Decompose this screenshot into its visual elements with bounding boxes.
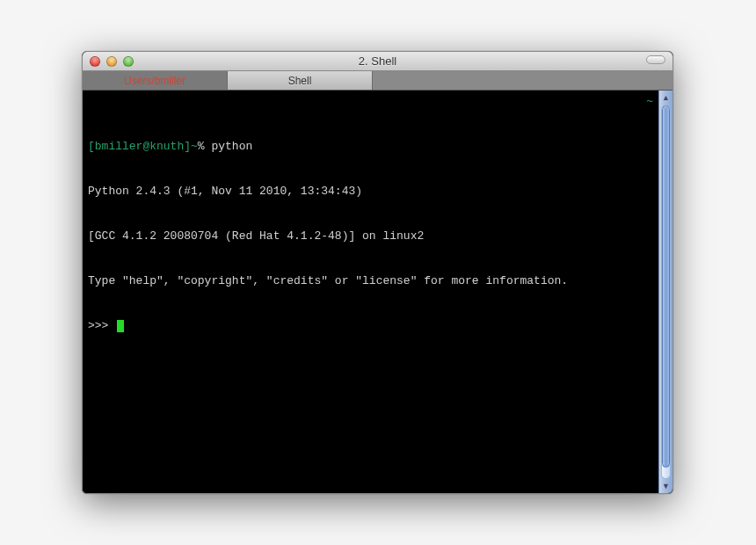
- command-text: python: [211, 140, 252, 153]
- window-title: 2. Shell: [83, 54, 672, 68]
- vertical-scrollbar[interactable]: ▲ ▼: [658, 91, 672, 493]
- zoom-button[interactable]: [123, 56, 134, 67]
- tab-users-bmiller[interactable]: Users/bmiller: [83, 71, 228, 90]
- close-button[interactable]: [90, 56, 100, 67]
- tab-label: Users/bmiller: [124, 75, 185, 87]
- tab-label: Shell: [288, 75, 312, 87]
- scroll-down-arrow-icon[interactable]: ▼: [659, 479, 672, 493]
- tab-shell[interactable]: Shell: [228, 71, 373, 90]
- output-line: Type "help", "copyright", "credits" or "…: [88, 273, 653, 288]
- prompt-host: [bmiller@knuth]~: [88, 140, 198, 153]
- traffic-lights: [83, 56, 134, 67]
- terminal-body-wrap: ~ [bmiller@knuth]~% python Python 2.4.3 …: [83, 91, 672, 493]
- cursor: [117, 320, 124, 332]
- minimize-button[interactable]: [106, 56, 117, 67]
- vim-tilde-indicator: ~: [646, 94, 653, 109]
- output-line: [GCC 4.1.2 20080704 (Red Hat 4.1.2-48)] …: [88, 229, 653, 243]
- scroll-thumb[interactable]: [662, 105, 670, 468]
- toolbar-toggle-button[interactable]: [646, 55, 665, 64]
- titlebar[interactable]: 2. Shell: [83, 52, 672, 71]
- terminal-viewport[interactable]: ~ [bmiller@knuth]~% python Python 2.4.3 …: [83, 91, 658, 493]
- scroll-up-arrow-icon[interactable]: ▲: [659, 91, 672, 105]
- terminal-window: 2. Shell Users/bmiller Shell ~ [bmiller@…: [82, 51, 673, 494]
- tab-bar: Users/bmiller Shell: [83, 71, 672, 91]
- repl-prompt: >>>: [88, 319, 108, 332]
- prompt-line: [bmiller@knuth]~% python: [88, 139, 653, 154]
- prompt-symbol: %: [198, 140, 205, 153]
- repl-prompt-line: >>>: [88, 318, 653, 333]
- output-line: Python 2.4.3 (#1, Nov 11 2010, 13:34:43): [88, 184, 653, 199]
